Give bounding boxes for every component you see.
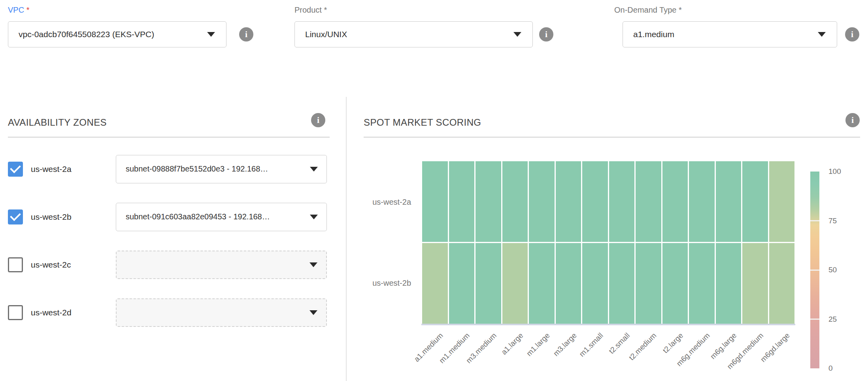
- az-zone-label: us-west-2b: [31, 203, 72, 231]
- on-demand-type-select[interactable]: a1.medium: [623, 21, 837, 47]
- heatmap-cell-us-west-2b-m1.medium: [449, 243, 475, 324]
- vpc-label: VPC *: [8, 6, 29, 15]
- heatmap-cell-us-west-2a-t2.large: [662, 161, 688, 242]
- vpc-select-value: vpc-0adcb70f645508223 (EKS-VPC): [19, 22, 154, 47]
- dropdown-arrow-icon: [309, 310, 317, 315]
- heatmap-cell-us-west-2b-m6gd.large: [769, 243, 795, 324]
- colorbar-tick-gap: [810, 220, 819, 221]
- heatmap-cell-us-west-2b-a1.large: [502, 243, 528, 324]
- subnet-select-value: subnet-091c603aa82e09453 - 192.168…: [126, 203, 270, 230]
- heatmap-cell-us-west-2b-m6g.medium: [689, 243, 715, 324]
- product-label: Product *: [294, 6, 327, 15]
- heatmap-column-label-text: t2.large: [661, 331, 685, 355]
- heatmap-cell-us-west-2a-m1.medium: [449, 161, 475, 242]
- colorbar-tick-label: 50: [828, 265, 837, 275]
- checkmark-icon: [10, 162, 21, 174]
- heatmap-cell-us-west-2b-m1.large: [529, 243, 555, 324]
- spot-market-scoring-rule: [364, 137, 860, 138]
- required-asterisk: *: [26, 6, 30, 14]
- spot-market-scoring-info-icon[interactable]: [845, 113, 860, 127]
- availability-zones-info-icon[interactable]: [311, 113, 325, 127]
- az-checkbox-us-west-2d[interactable]: [8, 305, 23, 320]
- subnet-select-us-west-2d[interactable]: [116, 298, 327, 327]
- colorbar-tick-gap: [810, 270, 819, 271]
- subnet-select-us-west-2a[interactable]: subnet-09888f7be5152d0e3 - 192.168…: [116, 155, 327, 183]
- heatmap-column-label-text: m1.large: [525, 331, 552, 358]
- on-demand-type-select-value: a1.medium: [633, 22, 674, 47]
- az-zone-label: us-west-2c: [31, 251, 71, 279]
- product-info-icon[interactable]: [539, 27, 553, 41]
- heatmap-column-label-text: t2.medium: [627, 331, 658, 362]
- colorbar-tick-label: 100: [828, 167, 841, 176]
- dropdown-arrow-icon: [513, 32, 521, 37]
- subnet-select-value: subnet-09888f7be5152d0e3 - 192.168…: [126, 155, 268, 183]
- heatmap-cell-us-west-2a-m6gd.large: [769, 161, 795, 242]
- colorbar-tick-label: 75: [828, 216, 837, 226]
- heatmap-column-label-text: a1.large: [500, 331, 525, 356]
- heatmap-cell-us-west-2b-m1.small: [582, 243, 608, 324]
- heatmap-cell-us-west-2a-a1.large: [502, 161, 528, 242]
- heatmap-cell-us-west-2b-t2.large: [662, 243, 688, 324]
- heatmap-cell-us-west-2a-t2.small: [609, 161, 635, 242]
- az-row-us-west-2b: us-west-2bsubnet-091c603aa82e09453 - 192…: [8, 203, 330, 231]
- heatmap-column-label-text: t2.small: [607, 331, 632, 356]
- heatmap-cell-us-west-2b-t2.medium: [636, 243, 661, 324]
- heatmap-cell-us-west-2b-m6g.large: [716, 243, 742, 324]
- heatmap-cell-us-west-2b-a1.medium: [422, 243, 448, 324]
- heatmap-cell-us-west-2b-m6gd.medium: [742, 243, 768, 324]
- subnet-select-us-west-2b[interactable]: subnet-091c603aa82e09453 - 192.168…: [116, 203, 327, 231]
- az-checkbox-us-west-2b[interactable]: [8, 209, 23, 224]
- heatmap-cell-us-west-2a-m6g.large: [716, 161, 742, 242]
- spot-configuration-page: VPC * vpc-0adcb70f645508223 (EKS-VPC) Pr…: [0, 0, 868, 381]
- az-zone-label: us-west-2a: [31, 155, 72, 183]
- colorbar-tick-gap: [810, 319, 819, 320]
- dropdown-arrow-icon: [309, 262, 317, 267]
- heatmap-cell-us-west-2b-t2.small: [609, 243, 635, 324]
- heatmap-row-label: us-west-2a: [292, 197, 411, 207]
- heatmap-cell-us-west-2a-m1.small: [582, 161, 608, 242]
- product-select[interactable]: Linux/UNIX: [294, 21, 533, 47]
- checkmark-icon: [10, 210, 21, 221]
- heatmap-cell-us-west-2a-m3.medium: [476, 161, 501, 242]
- section-divider: [346, 97, 347, 381]
- heatmap-axis-line: [421, 324, 795, 325]
- az-row-us-west-2d: us-west-2d: [8, 298, 330, 327]
- az-checkbox-us-west-2c[interactable]: [8, 257, 23, 272]
- heatmap-cell-us-west-2a-m6g.medium: [689, 161, 715, 242]
- subnet-select-us-west-2c[interactable]: [116, 251, 327, 279]
- vpc-select[interactable]: vpc-0adcb70f645508223 (EKS-VPC): [8, 21, 226, 47]
- heatmap-cell-us-west-2a-m1.large: [529, 161, 555, 242]
- az-row-us-west-2a: us-west-2asubnet-09888f7be5152d0e3 - 192…: [8, 155, 330, 183]
- az-checkbox-us-west-2a[interactable]: [8, 162, 23, 177]
- heatmap-cell-us-west-2b-m3.medium: [476, 243, 501, 324]
- heatmap-column-label-text: m3.large: [551, 331, 578, 358]
- heatmap-cell-us-west-2a-a1.medium: [422, 161, 448, 242]
- spot-market-scoring-title: SPOT MARKET SCORING: [364, 117, 481, 128]
- product-select-value: Linux/UNIX: [305, 22, 347, 47]
- heatmap-cell-us-west-2a-t2.medium: [636, 161, 661, 242]
- colorbar-tick-label: 0: [828, 364, 833, 373]
- on-demand-type-label: On-Demand Type *: [614, 6, 682, 15]
- heatmap-cell-us-west-2b-m3.large: [556, 243, 581, 324]
- heatmap-cell-us-west-2a-m3.large: [556, 161, 581, 242]
- vpc-info-icon[interactable]: [239, 27, 253, 41]
- heatmap-row-label: us-west-2b: [292, 278, 411, 288]
- dropdown-arrow-icon: [207, 32, 215, 37]
- dropdown-arrow-icon: [310, 215, 318, 219]
- az-row-us-west-2c: us-west-2c: [8, 251, 330, 279]
- availability-zones-rule: [8, 137, 330, 138]
- vpc-label-text: VPC: [8, 6, 24, 14]
- spot-score-heatmap: [422, 161, 794, 324]
- score-colorbar: [810, 172, 819, 368]
- availability-zones-title: AVAILABILITY ZONES: [8, 117, 107, 128]
- dropdown-arrow-icon: [818, 32, 826, 37]
- dropdown-arrow-icon: [310, 167, 318, 172]
- on-demand-type-info-icon[interactable]: [845, 27, 859, 41]
- az-zone-label: us-west-2d: [31, 298, 72, 327]
- heatmap-column-label-text: m1.small: [577, 331, 605, 358]
- colorbar-tick-label: 25: [828, 315, 837, 324]
- heatmap-cell-us-west-2a-m6gd.medium: [742, 161, 768, 242]
